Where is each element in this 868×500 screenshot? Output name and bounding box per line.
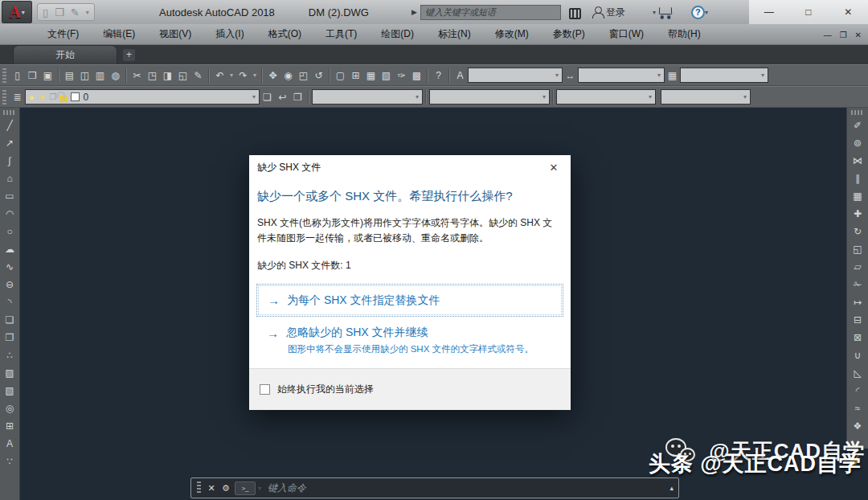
point-icon[interactable]: ∴ (1, 346, 18, 364)
collapse-search-icon[interactable]: ▶ (411, 8, 417, 16)
text-style-icon[interactable]: A (452, 68, 468, 84)
redo-icon[interactable]: ↷ (235, 68, 251, 84)
command-dropdown-icon[interactable]: ▾ (258, 485, 261, 492)
command-prompt-icon[interactable]: >_ (235, 482, 256, 495)
menu-file[interactable]: 文件(F) (35, 27, 91, 41)
join-icon[interactable]: ∪ (849, 346, 866, 364)
toolbar-grip[interactable] (2, 68, 6, 83)
zoom-realtime-icon[interactable]: ◉ (280, 68, 296, 84)
menu-modify[interactable]: 修改(M) (483, 27, 541, 41)
ellipse-icon[interactable]: ⊖ (1, 276, 18, 293)
line-tool-icon[interactable]: ╱ (1, 117, 18, 134)
command-expand-icon[interactable]: ▴ (669, 484, 675, 492)
application-menu-button[interactable]: A ▾ (2, 1, 32, 23)
trim-icon[interactable]: ✁ (849, 276, 866, 293)
layer-unlock-icon[interactable] (59, 96, 68, 102)
new-icon[interactable]: ▯ (10, 68, 25, 84)
polygon-icon[interactable]: ⌂ (1, 170, 18, 187)
command-line[interactable]: ✕ ⚙ >_ ▾ ▴ (190, 477, 679, 498)
quickcalc-icon[interactable]: ▩ (409, 68, 424, 84)
insert-block-icon[interactable]: ❏ (1, 311, 18, 329)
menu-edit[interactable]: 编辑(E) (91, 27, 147, 41)
tab-start[interactable]: 开始 (13, 45, 117, 64)
menu-view[interactable]: 视图(V) (147, 27, 203, 41)
search-binoculars-icon[interactable] (569, 8, 581, 16)
spline-icon[interactable]: ∿ (1, 258, 18, 276)
region-icon[interactable]: ◎ (1, 400, 18, 417)
user-icon[interactable] (592, 6, 602, 18)
offset-icon[interactable]: ∥ (849, 170, 866, 187)
new-tab-button[interactable]: + (123, 49, 135, 61)
menu-help[interactable]: 帮助(H) (656, 27, 713, 41)
command-grip[interactable] (197, 482, 201, 494)
lineweight-combo[interactable]: ▾ (556, 89, 656, 105)
designcenter-icon[interactable]: ⊞ (348, 68, 363, 84)
zoom-window-icon[interactable]: ◰ (296, 68, 311, 84)
break-at-point-icon[interactable]: ⊟ (849, 311, 866, 329)
sheet-set-manager-icon[interactable]: ▧ (379, 68, 394, 84)
open-file-icon[interactable]: ❒ (55, 6, 64, 18)
command-customize-icon[interactable]: ⚙ (219, 483, 233, 494)
paste-icon[interactable]: ◨ (160, 68, 175, 84)
multiline-text-icon[interactable]: A (1, 435, 18, 453)
extend-icon[interactable]: ↦ (849, 293, 866, 311)
make-layer-current-icon[interactable]: ❏ (260, 89, 275, 105)
layer-color-swatch[interactable] (71, 92, 80, 101)
fillet-icon[interactable]: ◜ (849, 382, 866, 400)
layer-on-bulb-icon[interactable]: ● (29, 92, 35, 102)
plot-icon[interactable]: ▥ (92, 68, 108, 84)
pan-icon[interactable]: ✥ (265, 68, 280, 84)
table-style-icon[interactable]: ▦ (665, 68, 680, 84)
create-block-icon[interactable]: ❐ (1, 329, 18, 346)
command-input[interactable] (268, 482, 669, 494)
rectangle-icon[interactable]: ▭ (1, 187, 18, 205)
break-icon[interactable]: ⊠ (849, 329, 866, 346)
tool-palettes-icon[interactable]: ▦ (363, 68, 379, 84)
copy-clip-icon[interactable]: ◳ (145, 68, 160, 84)
undo-icon[interactable]: ↶ (212, 68, 227, 84)
circle-icon[interactable]: ○ (1, 223, 18, 240)
save-icon[interactable]: ▣ (40, 68, 55, 84)
minimize-button[interactable]: — (757, 6, 781, 18)
mirror-icon[interactable]: ⋈ (849, 152, 866, 170)
properties-palette-icon[interactable]: ▢ (333, 68, 348, 84)
chamfer-icon[interactable]: ◺ (849, 364, 866, 382)
new-file-icon[interactable]: ▯ (43, 6, 48, 18)
always-perform-checkbox[interactable] (260, 384, 270, 395)
undo-dropdown-icon[interactable]: ▾ (227, 68, 235, 84)
layer-previous-icon[interactable]: ↩ (275, 89, 290, 105)
toolbar-grip[interactable] (2, 90, 6, 105)
layer-combo[interactable]: ● ☀ ❐ 0 ▾ (25, 89, 260, 105)
dim-style-icon[interactable]: ↔ (563, 68, 578, 84)
help-dropdown-icon[interactable]: ▾ (705, 9, 708, 16)
match-properties-icon[interactable]: ✎ (190, 68, 206, 84)
layer-properties-icon[interactable]: ≣ (10, 89, 25, 105)
toolbar-grip[interactable] (3, 110, 16, 115)
gradient-icon[interactable]: ▧ (1, 382, 18, 400)
divide-icon[interactable]: ∵ (1, 453, 18, 470)
rotate-icon[interactable]: ↻ (849, 223, 866, 240)
erase-icon[interactable]: ✐ (849, 117, 866, 134)
linetype-combo[interactable]: ▾ (429, 89, 550, 105)
help-toolbar-icon[interactable]: ? (431, 68, 446, 84)
layer-vp-freeze-icon[interactable]: ❐ (49, 92, 56, 101)
layer-thaw-sun-icon[interactable]: ☀ (38, 92, 47, 103)
copy-icon[interactable]: ⊚ (849, 134, 866, 152)
markup-icon[interactable]: ✑ (394, 68, 409, 84)
stretch-icon[interactable]: ▱ (849, 258, 866, 276)
explode-icon[interactable]: ❖ (849, 417, 866, 435)
color-combo[interactable]: ▾ (312, 89, 423, 105)
qat-dropdown-icon[interactable]: ▾ (86, 9, 89, 16)
plot-icon[interactable]: ✎ (71, 6, 80, 18)
paste-block-icon[interactable]: ◱ (175, 68, 190, 84)
table-style-combo[interactable]: ▾ (680, 68, 768, 83)
menu-window[interactable]: 窗口(W) (597, 27, 656, 41)
help-icon[interactable]: ? (691, 6, 705, 19)
doc-minimize-button[interactable]: — (824, 31, 832, 39)
table-icon[interactable]: ⊞ (1, 417, 18, 435)
array-icon[interactable]: ▦ (849, 187, 866, 205)
scale-icon[interactable]: ◱ (849, 240, 866, 258)
publish-icon[interactable]: ◍ (108, 68, 123, 84)
preview-icon[interactable]: ◫ (77, 68, 92, 84)
open-icon[interactable]: ❒ (25, 68, 40, 84)
